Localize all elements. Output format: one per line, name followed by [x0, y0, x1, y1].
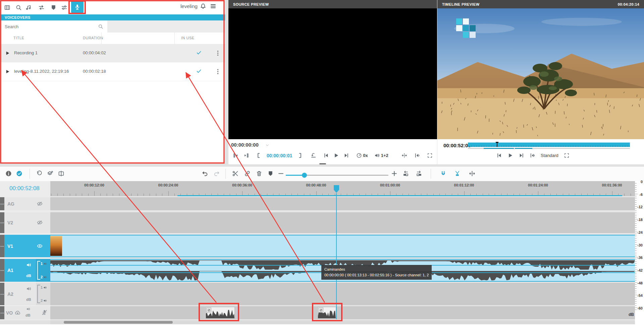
- record-mic-muted-icon[interactable]: [42, 310, 47, 315]
- track-content-vo[interactable]: [50, 306, 635, 319]
- col-title[interactable]: TITLE: [13, 36, 24, 40]
- voiceover-clip-1[interactable]: [206, 307, 235, 319]
- track-header-v2[interactable]: ⋮ V2: [0, 212, 50, 233]
- playback-quality[interactable]: Standard: [541, 153, 558, 158]
- search-tool-icon[interactable]: [15, 4, 22, 11]
- panel-resize-handle[interactable]: [319, 163, 326, 164]
- voiceover-row-2[interactable]: leveling-8.11.2022, 22:19:16 00:00:02:18: [0, 62, 225, 81]
- zoom-slider-thumb[interactable]: [302, 173, 307, 178]
- scrollbar-thumb[interactable]: [64, 321, 173, 324]
- adjust-sliders-icon[interactable]: [61, 4, 67, 11]
- fit-playhead-icon[interactable]: [401, 153, 407, 158]
- next-frame-icon[interactable]: [343, 153, 349, 158]
- track-drag-handle[interactable]: ⋮: [0, 283, 4, 305]
- zoom-slider-track[interactable]: [286, 175, 388, 176]
- track-header-ag[interactable]: ⋮ AG: [0, 197, 50, 210]
- fullscreen-icon[interactable]: [427, 153, 433, 158]
- track-mute-speaker-icon[interactable]: [26, 307, 31, 311]
- preview-scrubber[interactable]: [468, 143, 630, 147]
- track-header-vo[interactable]: ⋮ VO dB: [0, 306, 50, 319]
- cloud-upload-icon[interactable]: [15, 310, 20, 316]
- track-mute-speaker-icon[interactable]: [26, 262, 32, 268]
- zoom-in-plus-icon[interactable]: [391, 170, 397, 177]
- undo-icon[interactable]: [202, 170, 208, 177]
- track-drag-handle[interactable]: ⋮: [0, 259, 4, 282]
- mark-in-icon[interactable]: [256, 153, 262, 158]
- voiceover-clip-2[interactable]: [318, 307, 336, 319]
- row-menu-kebab-icon[interactable]: [215, 68, 221, 75]
- db-button[interactable]: dB: [25, 313, 31, 317]
- timeline-ruler[interactable]: 00:00:12:0000:00:24:0000:00:36:0000:00:4…: [50, 181, 635, 196]
- channel-1[interactable]: 1: [41, 262, 47, 266]
- timeline-video-area[interactable]: [437, 8, 644, 139]
- audio-channels[interactable]: 1+2: [374, 153, 388, 158]
- track-content-a2[interactable]: [50, 283, 635, 305]
- info-icon[interactable]: [5, 170, 12, 177]
- zoom-out-minus-icon[interactable]: [278, 170, 284, 177]
- source-timecode[interactable]: 00:00:00:00: [231, 142, 259, 148]
- approve-check-icon[interactable]: [16, 170, 22, 177]
- channel-2[interactable]: 2: [41, 275, 47, 279]
- refresh-icon[interactable]: [36, 170, 43, 177]
- audio-monitor-icon[interactable]: [414, 153, 420, 158]
- channel-2[interactable]: 2: [41, 298, 47, 303]
- mark-timecode[interactable]: 00:00:00:01: [266, 153, 293, 158]
- ripple-trim-left-icon[interactable]: [402, 170, 409, 177]
- playback-speed[interactable]: 0x: [356, 153, 368, 158]
- timeline-current-timecode[interactable]: 00:00:52:08: [9, 185, 40, 192]
- channel-1[interactable]: 1: [41, 285, 47, 289]
- audio-monitor-icon[interactable]: [530, 153, 535, 158]
- cut-scissors-icon[interactable]: [232, 170, 238, 177]
- visibility-eye-icon[interactable]: [37, 201, 43, 207]
- hamburger-menu-icon[interactable]: [210, 3, 216, 9]
- voiceover-row-1[interactable]: Recording 1 00:00:04:02: [0, 44, 225, 62]
- search-input[interactable]: [0, 24, 98, 30]
- transitions-icon[interactable]: [38, 4, 45, 11]
- track-content-v1[interactable]: [50, 235, 635, 257]
- db-button[interactable]: dB: [26, 274, 31, 278]
- track-drag-handle[interactable]: ⋮: [0, 235, 4, 257]
- timeline-scrollbar[interactable]: [50, 320, 635, 324]
- ripple-trim-right-icon[interactable]: [416, 170, 422, 177]
- notifications-bell-icon[interactable]: [200, 3, 206, 9]
- add-marker-icon[interactable]: [267, 170, 274, 177]
- razor-cut-icon[interactable]: [454, 170, 461, 177]
- track-header-a1[interactable]: ⋮ A1 dB 1 2: [0, 259, 50, 282]
- track-header-v1[interactable]: ⋮ V1: [0, 235, 50, 257]
- insert-to-timeline-icon[interactable]: [311, 153, 316, 158]
- track-drag-handle[interactable]: ⋮: [0, 212, 4, 233]
- play-icon[interactable]: [333, 153, 339, 158]
- col-in-use[interactable]: IN USE: [181, 36, 195, 40]
- video-clip-v1[interactable]: [50, 235, 635, 257]
- goto-in-icon[interactable]: [233, 153, 239, 158]
- redo-icon[interactable]: [213, 170, 220, 177]
- goto-out-icon[interactable]: [243, 153, 249, 158]
- audio-effects-icon[interactable]: [25, 4, 31, 11]
- source-video-area[interactable]: [228, 8, 437, 139]
- timecode-dropdown-icon[interactable]: [265, 143, 269, 147]
- play-icon[interactable]: [507, 153, 513, 158]
- track-header-a2[interactable]: ⋮ A2 dB 1 2: [0, 283, 50, 305]
- next-frame-icon[interactable]: [519, 153, 524, 158]
- track-mute-speaker-icon[interactable]: [26, 286, 32, 291]
- media-panels-icon[interactable]: [4, 4, 10, 11]
- delete-trash-icon[interactable]: [256, 170, 262, 177]
- snap-magnet-icon[interactable]: [440, 170, 446, 177]
- col-duration[interactable]: DURATION: [83, 36, 103, 40]
- split-view-icon[interactable]: [58, 170, 64, 177]
- track-drag-handle[interactable]: ⋮: [0, 306, 4, 319]
- prev-frame-icon[interactable]: [496, 153, 502, 158]
- track-content-v2[interactable]: [50, 212, 635, 233]
- row-menu-kebab-icon[interactable]: [215, 50, 221, 56]
- trim-mode-icon[interactable]: [469, 170, 475, 177]
- marker-tool-icon[interactable]: [50, 4, 57, 11]
- play-preview-icon[interactable]: [5, 51, 10, 56]
- playhead-marker[interactable]: [333, 185, 339, 194]
- prev-frame-icon[interactable]: [323, 153, 329, 158]
- scrubber-playhead[interactable]: [497, 142, 497, 147]
- add-layer-icon[interactable]: [47, 170, 53, 177]
- play-preview-icon[interactable]: [5, 69, 10, 74]
- voiceover-mic-button[interactable]: [71, 1, 84, 13]
- visibility-eye-icon[interactable]: [37, 243, 43, 249]
- visibility-eye-icon[interactable]: [37, 220, 43, 225]
